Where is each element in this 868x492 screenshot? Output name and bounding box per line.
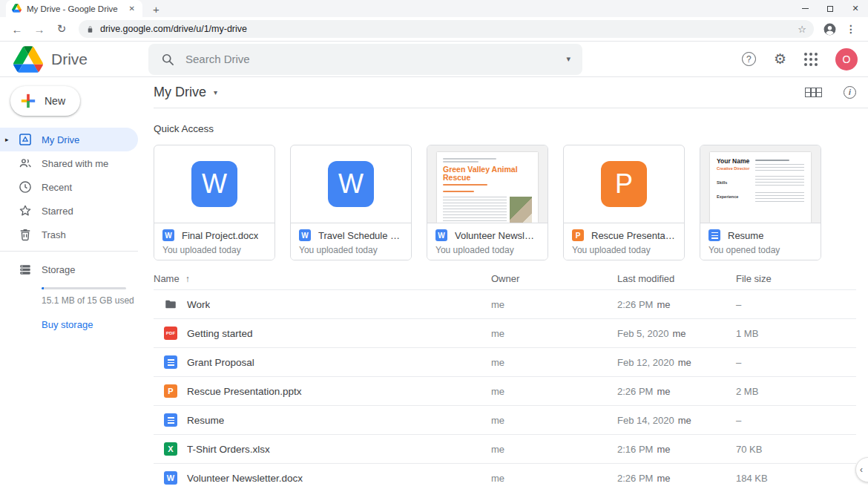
forward-icon[interactable]: → — [30, 23, 49, 36]
sidebar-item-starred[interactable]: Starred — [0, 199, 138, 223]
chevron-left-icon: ‹ — [860, 465, 863, 475]
card-preview: Green Valley Animal Rescue — [427, 145, 548, 223]
tab-close-icon[interactable]: ✕ — [128, 4, 137, 13]
card-footer: P Rescue Presentation.pptx You uploaded … — [564, 223, 684, 260]
column-header-name[interactable]: Name ↑ — [154, 273, 491, 284]
drive-header: Drive ▾ ? ⚙ O — [0, 42, 868, 77]
file-name: Getting started — [187, 328, 253, 339]
quick-access-card[interactable]: P P Rescue Presentation.pptx You uploade… — [563, 145, 685, 260]
search-icon[interactable] — [160, 52, 175, 67]
refresh-icon[interactable]: ↻ — [52, 22, 71, 36]
maximize-icon — [827, 6, 833, 12]
window-maximize-button[interactable] — [818, 0, 843, 17]
sidebar-item-trash[interactable]: Trash — [0, 223, 138, 246]
main-header: My Drive ▾ i — [154, 77, 868, 108]
browser-tab-strip: My Drive - Google Drive ✕ + ✕ — [0, 0, 868, 17]
card-preview: W — [291, 145, 411, 223]
file-name: Volunteer Newsletter.docx — [187, 473, 303, 484]
word-file-icon: W — [191, 161, 237, 207]
account-avatar[interactable]: O — [835, 48, 858, 70]
file-owner: me — [491, 415, 617, 426]
newsletter-title: Green Valley Animal Rescue — [443, 165, 532, 182]
quick-access-card[interactable]: W W Travel Schedule - Montr... You uploa… — [290, 145, 412, 260]
sidebar-nav: ▸ My Drive Shared with me Recent Starred… — [0, 128, 138, 246]
window-controls: ✕ — [792, 0, 868, 17]
sidebar-item-recent[interactable]: Recent — [0, 175, 138, 199]
table-row[interactable]: Grant Proposal me Feb 12, 2020me – — [154, 348, 856, 377]
file-modified: Feb 5, 2020me — [617, 328, 736, 339]
resume-job-title: Creative Director — [717, 166, 750, 171]
table-row[interactable]: PDF Getting started me Feb 5, 2020me 1 M… — [154, 319, 856, 348]
settings-gear-icon[interactable]: ⚙ — [774, 52, 786, 66]
browser-menu-icon[interactable]: ⋮ — [841, 23, 861, 35]
table-row[interactable]: Resume me Feb 14, 2020me – — [154, 406, 856, 435]
sidebar-item-shared-with-me[interactable]: Shared with me — [0, 151, 138, 175]
powerpoint-file-icon: P — [164, 384, 177, 398]
search-bar[interactable]: ▾ — [148, 44, 582, 75]
table-row[interactable]: Work me 2:26 PMme – — [154, 290, 856, 319]
quick-access-card[interactable]: W W Final Project.docx You uploaded toda… — [154, 145, 275, 260]
file-modified: Feb 14, 2020me — [617, 415, 736, 426]
page-title-caret-icon[interactable]: ▾ — [214, 88, 217, 96]
drive-logo[interactable]: Drive — [13, 46, 138, 73]
browser-tab[interactable]: My Drive - Google Drive ✕ — [6, 0, 142, 17]
quick-access-card[interactable]: Your Name Creative Director Skills Exper… — [700, 145, 821, 260]
search-input[interactable] — [185, 53, 556, 65]
card-preview: Your Name Creative Director Skills Exper… — [700, 145, 821, 223]
powerpoint-file-icon: P — [601, 161, 647, 207]
new-plus-icon — [20, 93, 36, 109]
buy-storage-link[interactable]: Buy storage — [42, 319, 138, 330]
quick-access-card[interactable]: Green Valley Animal Rescue W Volunteer N… — [427, 145, 548, 260]
browser-toolbar: ← → ↻ drive.google.com/drive/u/1/my-driv… — [0, 17, 868, 42]
column-header-owner[interactable]: Owner — [491, 273, 617, 284]
file-size: – — [736, 415, 856, 426]
sidebar-item-storage[interactable]: Storage — [0, 262, 138, 277]
people-icon — [18, 156, 33, 171]
resume-name: Your Name — [717, 158, 750, 165]
file-owner: me — [491, 473, 617, 484]
table-row[interactable]: P Rescue Presentation.pptx me 2:26 PMme … — [154, 377, 856, 406]
newsletter-thumbnail: Green Valley Animal Rescue — [437, 152, 538, 223]
help-icon[interactable]: ? — [742, 52, 756, 66]
card-note: You uploaded today — [435, 245, 539, 255]
card-footer: W Final Project.docx You uploaded today — [154, 223, 274, 260]
sidebar-item-my-drive[interactable]: ▸ My Drive — [0, 128, 138, 151]
sidebar-divider — [0, 251, 138, 252]
window-close-button[interactable]: ✕ — [843, 0, 868, 17]
info-icon[interactable]: i — [844, 86, 856, 99]
card-preview: P — [564, 145, 684, 223]
file-modified: 2:16 PMme — [617, 444, 736, 455]
page-title[interactable]: My Drive — [154, 85, 206, 100]
bookmark-star-icon[interactable]: ☆ — [798, 24, 806, 35]
drive-icon — [18, 132, 33, 147]
table-row[interactable]: W Volunteer Newsletter.docx me 2:26 PMme… — [154, 464, 856, 492]
column-header-size[interactable]: File size — [736, 273, 856, 284]
file-table-rows: Work me 2:26 PMme – PDF Getting started … — [154, 290, 856, 492]
grid-view-icon[interactable] — [806, 88, 821, 97]
resume-thumbnail: Your Name Creative Director Skills Exper… — [710, 152, 811, 223]
card-file-name: Travel Schedule - Montr... — [318, 230, 403, 241]
file-table-header: Name ↑ Owner Last modified File size — [154, 268, 856, 290]
new-button[interactable]: New — [10, 86, 80, 116]
back-icon[interactable]: ← — [7, 23, 27, 36]
window-minimize-button[interactable] — [792, 0, 818, 17]
file-size: – — [736, 299, 856, 310]
file-size: 1 MB — [736, 328, 856, 339]
expand-arrow-icon[interactable]: ▸ — [5, 136, 12, 143]
app-name: Drive — [51, 50, 88, 68]
table-row[interactable]: X T-Shirt Orders.xlsx me 2:16 PMme 70 KB — [154, 435, 856, 464]
sort-ascending-icon[interactable]: ↑ — [185, 274, 190, 284]
card-file-name: Final Project.docx — [182, 230, 258, 241]
file-owner: me — [491, 328, 617, 339]
new-tab-button[interactable]: + — [153, 4, 160, 15]
search-options-caret-icon[interactable]: ▾ — [566, 54, 571, 64]
card-file-name: Resume — [728, 230, 763, 241]
file-modified: 2:26 PMme — [617, 299, 736, 310]
card-file-name: Rescue Presentation.pptx — [591, 230, 676, 241]
google-apps-grid-icon[interactable] — [804, 53, 818, 66]
file-name: Work — [187, 299, 210, 310]
file-name: Grant Proposal — [187, 357, 254, 368]
column-header-modified[interactable]: Last modified — [617, 273, 736, 284]
browser-profile-icon[interactable] — [821, 22, 838, 36]
address-bar[interactable]: drive.google.com/drive/u/1/my-drive ☆ — [79, 20, 814, 38]
